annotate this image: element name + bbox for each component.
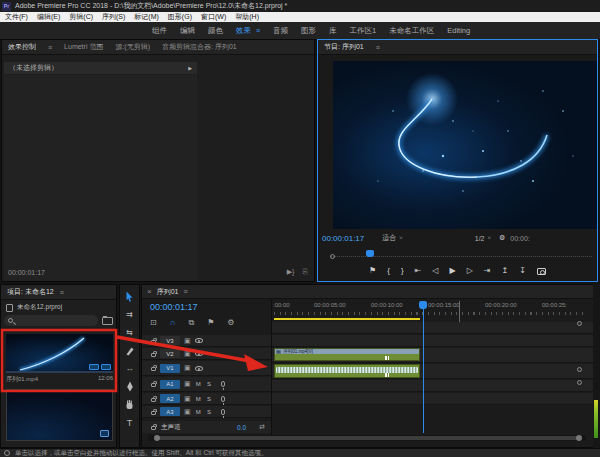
lock-icon[interactable] xyxy=(151,398,156,402)
tab-audio-clip-mixer[interactable]: 音频剪辑混合器: 序列01 xyxy=(162,42,237,52)
resolution-dropdown[interactable]: 1/2 xyxy=(475,235,485,242)
timeline-panel-menu-icon[interactable]: ≡ xyxy=(183,288,187,295)
track-visibility-icon[interactable] xyxy=(195,366,203,371)
scrollbar-handle-left[interactable] xyxy=(154,435,160,441)
workspace-tab-graphics[interactable]: 图形 xyxy=(301,26,316,36)
slip-tool[interactable]: ↔ xyxy=(123,363,136,374)
lane-v2[interactable] xyxy=(272,335,599,347)
mute-button[interactable]: M xyxy=(195,396,202,402)
solo-button[interactable]: S xyxy=(206,381,213,387)
track-header-a3[interactable]: A3 ▣ M S xyxy=(142,406,271,418)
workspace-tab-editing[interactable]: 编辑 xyxy=(180,26,195,36)
source-patch-icon[interactable]: ▣ xyxy=(184,395,191,403)
project-item-video-clip[interactable] xyxy=(6,334,113,373)
source-patch-icon[interactable]: ▣ xyxy=(184,350,191,358)
track-header-v2[interactable]: V2 ▣ xyxy=(142,348,271,360)
vertical-scrollbar-dot[interactable] xyxy=(577,321,582,326)
program-timecode[interactable]: 00:00:01:17 xyxy=(322,234,364,243)
play-button[interactable]: ▶ xyxy=(449,266,455,276)
project-panel-menu-icon[interactable]: ≡ xyxy=(60,289,64,296)
scrubber-zoom-handle[interactable] xyxy=(330,254,335,259)
track-label-a1[interactable]: A1 xyxy=(160,380,180,389)
solo-button[interactable]: S xyxy=(206,396,213,402)
vertical-scrollbar-dot[interactable] xyxy=(577,380,582,385)
voiceover-record-icon[interactable] xyxy=(221,409,225,415)
tab-program-monitor[interactable]: 节目: 序列01 xyxy=(324,42,364,52)
master-level-value[interactable]: 0.0 xyxy=(237,424,246,431)
work-area-bar[interactable] xyxy=(274,318,420,320)
menu-clip[interactable]: 剪辑(C) xyxy=(69,12,93,22)
timeline-timecode[interactable]: 00:00:01:17 xyxy=(150,302,198,312)
menu-markers[interactable]: 标记(M) xyxy=(134,12,159,22)
go-to-out-button[interactable]: ⇥ xyxy=(484,266,491,276)
menu-sequence[interactable]: 序列(S) xyxy=(102,12,125,22)
workspace-tab-libraries[interactable]: 库 xyxy=(329,26,337,36)
lock-icon[interactable] xyxy=(151,353,156,357)
search-input[interactable] xyxy=(4,315,98,326)
expand-icon[interactable]: ▶ xyxy=(188,65,192,71)
solo-button[interactable]: S xyxy=(206,409,213,415)
scrollbar-handle[interactable] xyxy=(156,436,580,440)
fit-dropdown[interactable]: 适合 xyxy=(382,233,396,243)
scrollbar-handle-right[interactable] xyxy=(576,435,582,441)
tab-lumetri-scopes[interactable]: Lumetri 范围 xyxy=(64,42,103,52)
ripple-edit-tool[interactable]: ⇆ xyxy=(123,327,136,338)
program-panel-menu-icon[interactable]: ≡ xyxy=(376,44,380,51)
tab-source-monitor[interactable]: 源:(无剪辑) xyxy=(115,42,150,52)
source-patch-icon[interactable]: ▣ xyxy=(184,364,191,372)
track-header-v3[interactable]: V3 ▣ xyxy=(142,335,271,347)
workspace-tab-workspace1[interactable]: 工作区1 xyxy=(350,26,377,36)
mark-out-button[interactable]: } xyxy=(401,266,404,276)
track-label-v3[interactable]: V3 xyxy=(160,336,180,345)
track-select-tool[interactable]: ⇉ xyxy=(123,309,136,320)
track-header-a1[interactable]: A1 ▣ M S xyxy=(142,377,271,392)
thumbnail-scrub-bar[interactable] xyxy=(6,371,113,373)
timeline-horizontal-scrollbar[interactable] xyxy=(148,435,586,441)
lane-v3[interactable] xyxy=(272,322,599,334)
source-patch-icon[interactable]: ▣ xyxy=(184,408,191,416)
program-scrubber[interactable] xyxy=(322,250,594,260)
close-icon[interactable]: × xyxy=(147,287,152,296)
timeline-settings-wrench-icon[interactable]: ⚙ xyxy=(227,318,234,328)
menu-edit[interactable]: 编辑(E) xyxy=(37,12,60,22)
timeline-playhead-handle[interactable] xyxy=(419,301,427,309)
timeline-add-marker-icon[interactable]: ⚑ xyxy=(207,318,214,328)
timeline-ruler[interactable]: :00:00 00:00:05:00 00:00:10:00 00:00:15:… xyxy=(272,301,599,315)
snap-icon[interactable]: ∩ xyxy=(170,318,176,328)
workspace-tab-assembly[interactable]: 组件 xyxy=(152,26,167,36)
source-patch-icon[interactable]: ▣ xyxy=(184,337,191,345)
voiceover-record-icon[interactable] xyxy=(221,381,225,387)
export-icon[interactable]: ⎘ xyxy=(302,268,308,276)
track-header-v1[interactable]: V1 ▣ xyxy=(142,361,271,376)
workspace-tab-unnamed[interactable]: 未命名工作区 xyxy=(389,26,434,36)
master-track-row[interactable]: 主声道 0.0 ⇄ xyxy=(142,421,271,433)
lock-icon[interactable] xyxy=(151,340,156,344)
lift-button[interactable]: ↥ xyxy=(501,266,508,276)
mute-button[interactable]: M xyxy=(195,409,202,415)
panel-menu-icon[interactable]: ≡ xyxy=(48,44,52,51)
lock-icon[interactable] xyxy=(151,426,156,430)
export-frame-button[interactable] xyxy=(537,268,546,275)
tab-project[interactable]: 项目: 未命名12 xyxy=(7,287,54,297)
clip-name[interactable]: 序列01.mp4 xyxy=(6,375,38,384)
lock-icon[interactable] xyxy=(151,367,156,371)
project-item-sequence[interactable] xyxy=(6,389,113,441)
add-marker-button[interactable]: ⚑ xyxy=(369,266,376,276)
lock-icon[interactable] xyxy=(151,411,156,415)
lock-icon[interactable] xyxy=(151,383,156,387)
nest-indicator-icon[interactable]: ⊡ xyxy=(150,318,157,328)
linked-selection-icon[interactable]: ⧉ xyxy=(188,318,194,328)
project-file-row[interactable]: 未命名12.prproj xyxy=(1,300,116,312)
voiceover-record-icon[interactable] xyxy=(221,396,225,402)
track-visibility-icon[interactable] xyxy=(195,338,203,343)
selection-tool[interactable] xyxy=(123,291,136,302)
workspace-menu-icon[interactable]: ≡ xyxy=(256,27,260,34)
go-to-in-button[interactable]: ⇤ xyxy=(415,266,422,276)
workspace-tab-color[interactable]: 颜色 xyxy=(208,26,223,36)
timeline-video-clip[interactable]: fx 序列01.mp4[V] xyxy=(274,348,420,361)
lane-a2[interactable] xyxy=(272,380,599,392)
tab-sequence[interactable]: 序列01 xyxy=(157,287,179,297)
source-patch-icon[interactable]: ▣ xyxy=(184,380,191,388)
mute-button[interactable]: M xyxy=(195,381,202,387)
menu-window[interactable]: 窗口(W) xyxy=(201,12,226,22)
